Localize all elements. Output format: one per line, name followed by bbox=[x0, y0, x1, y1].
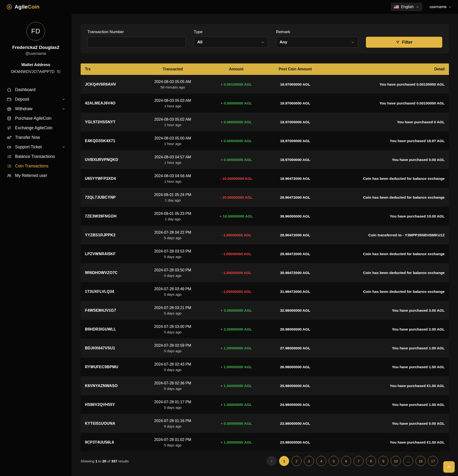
detail-cell: Coin transferred to - Y3MPP35NBVBMKU1Z bbox=[327, 233, 449, 237]
amount-cell: + 1.00000000 AGL bbox=[209, 440, 263, 444]
pagination-page-5[interactable]: 5 bbox=[329, 456, 339, 466]
table-header: TrxTransactedAmountPost Coin AmountDetai… bbox=[81, 63, 449, 75]
language-label: English bbox=[401, 5, 413, 9]
detail-cell: Coin has been deducted for balance excha… bbox=[327, 177, 449, 181]
sidebar-item-exchange-agilecoin[interactable]: Exchange AgileCoin bbox=[0, 123, 72, 133]
post-coin-amount-cell: 31.98472000 AGL bbox=[263, 289, 327, 294]
detail-cell: Coin has been deducted for balance excha… bbox=[327, 289, 449, 294]
transacted-ago: 1 day ago bbox=[136, 217, 210, 221]
pagination-page-2[interactable]: 2 bbox=[292, 456, 302, 466]
language-selector[interactable]: English bbox=[391, 3, 422, 11]
transacted-cell: 2024-07-28 03:53 PM5 days ago bbox=[136, 249, 210, 259]
pagination-page-[interactable]: ... bbox=[403, 456, 413, 466]
sidebar-item-transfer-now[interactable]: Transfer Now bbox=[0, 133, 72, 142]
sidebar-item-label: Deposit bbox=[15, 97, 29, 102]
pagination-page-16[interactable]: 16 bbox=[415, 456, 425, 466]
detail-cell: You have purchased 0.00100000 AGL bbox=[327, 82, 449, 86]
remark-select[interactable]: Any bbox=[276, 37, 358, 48]
table-footer: Showing 1 to 20 of 337 results ‹12345678… bbox=[81, 456, 449, 466]
amount-cell: + 0.00000000 AGL bbox=[209, 120, 263, 124]
scroll-to-top-button[interactable] bbox=[443, 461, 455, 473]
transacted-date: 2024-08-01 05:23 PM bbox=[136, 212, 210, 216]
sidebar-item-deposit[interactable]: Deposit bbox=[0, 94, 72, 104]
column-header-detail: Detail bbox=[327, 67, 449, 71]
pagination-page-3[interactable]: 3 bbox=[304, 456, 314, 466]
transacted-ago: 5 days ago bbox=[136, 349, 210, 353]
transacted-ago: 5 days ago bbox=[136, 424, 210, 428]
type-select[interactable]: All bbox=[194, 37, 268, 48]
filter-button[interactable]: Filter bbox=[366, 37, 442, 48]
pagination-page-8[interactable]: 8 bbox=[366, 456, 376, 466]
sidebar-item-dashboard[interactable]: Dashboard bbox=[0, 85, 72, 94]
pagination-page-7[interactable]: 7 bbox=[354, 456, 363, 466]
transacted-cell: 2024-07-28 02:59 PM5 days ago bbox=[136, 343, 210, 353]
post-coin-amount-cell: 18.97000000 AGL bbox=[263, 101, 327, 105]
sidebar-item-withdraw[interactable]: Withdraw bbox=[0, 104, 72, 113]
post-coin-amount-cell: 18.97000000 AGL bbox=[263, 139, 327, 143]
sidebar-item-coin-transactions[interactable]: Coin Transactions bbox=[0, 161, 72, 171]
sidebar: FD Fredericka2 Douglas2 @username Wallet… bbox=[0, 14, 72, 476]
sidebar-item-support-ticket[interactable]: Support Ticket bbox=[0, 142, 72, 152]
pagination-page-17[interactable]: 17 bbox=[428, 456, 438, 466]
detail-cell: You have purchased 2.00 AGL bbox=[327, 327, 449, 332]
pagination-page-9[interactable]: 9 bbox=[378, 456, 388, 466]
pagination-page-1[interactable]: 1 bbox=[279, 456, 289, 466]
pagination-page-4[interactable]: 4 bbox=[316, 456, 326, 466]
post-coin-amount-cell: 32.98000000 AGL bbox=[263, 308, 327, 313]
column-header-amount: Amount bbox=[209, 67, 263, 71]
post-coin-amount-cell: 29.98000000 AGL bbox=[263, 327, 327, 332]
pagination-page-6[interactable]: 6 bbox=[341, 456, 351, 466]
sidebar-item-label: Transfer Now bbox=[15, 135, 40, 140]
transacted-date: 2024-07-28 01:16 PM bbox=[136, 419, 210, 423]
sidebar-item-purchase-agilecoin[interactable]: Purchase AgileCoin bbox=[0, 113, 72, 123]
transaction-number-field: Transaction Number bbox=[87, 30, 186, 48]
table-row: JCKQ4V6R6AHV2024-08-03 05:05 AM58 minute… bbox=[81, 75, 449, 94]
amount-cell: - 1.00000000 AGL bbox=[209, 252, 263, 256]
profile-handle: @username bbox=[25, 51, 46, 56]
amount-cell: + 3.00000000 AGL bbox=[209, 308, 263, 313]
transacted-cell: 2024-07-28 04:22 PM5 days ago bbox=[136, 230, 210, 240]
table-row: 7ZE3W39FNGOH2024-08-01 05:23 PM1 day ago… bbox=[81, 207, 449, 226]
list-icon bbox=[7, 154, 12, 159]
sidebar-item-balance-transactions[interactable]: Balance Transactions bbox=[0, 152, 72, 161]
trx-cell: UVBXURVPNQKD bbox=[81, 158, 136, 162]
profile-name: Fredericka2 Douglas2 bbox=[12, 45, 59, 50]
transacted-date: 2024-08-03 04:57 AM bbox=[136, 155, 210, 159]
trx-cell: HS86V2QVH55Y bbox=[81, 403, 136, 407]
transacted-cell: 2024-08-03 05:00 AM1 hour ago bbox=[136, 136, 210, 146]
us-flag-icon bbox=[394, 5, 399, 8]
transacted-ago: 1 hour ago bbox=[136, 179, 210, 183]
sidebar-item-my-referred-user[interactable]: My Referred user bbox=[0, 171, 72, 180]
transacted-cell: 2024-07-28 03:21 PM5 days ago bbox=[136, 306, 210, 315]
trx-cell: 1T3UXFLVLQ34 bbox=[81, 289, 136, 294]
chevron-down-icon bbox=[62, 145, 65, 149]
exchange-icon bbox=[7, 126, 12, 130]
trx-cell: BDJHX647VSU1 bbox=[81, 346, 136, 350]
pagination-prev[interactable]: ‹ bbox=[267, 456, 277, 466]
trx-cell: 9R6DHOWVZO7C bbox=[81, 271, 136, 275]
type-label: Type bbox=[194, 30, 268, 34]
transaction-number-input[interactable] bbox=[87, 37, 186, 48]
detail-cell: You have purchased 0.00 AGL bbox=[327, 158, 449, 162]
post-coin-amount-cell: 38.96000000 AGL bbox=[263, 214, 327, 218]
table-row: RYWUFEC9BPMU2024-07-28 02:43 PM5 days ag… bbox=[81, 357, 449, 376]
user-menu[interactable]: username bbox=[430, 5, 452, 9]
sidebar-item-label: Coin Transactions bbox=[15, 164, 48, 169]
amount-cell: - 1.00000000 AGL bbox=[209, 289, 263, 294]
transacted-ago: 5 days ago bbox=[136, 273, 210, 278]
transacted-ago: 5 days ago bbox=[136, 292, 210, 297]
chevron-down-icon bbox=[62, 98, 65, 101]
post-coin-amount-cell: 27.98000000 AGL bbox=[263, 346, 327, 350]
transacted-date: 2024-07-28 03:49 PM bbox=[136, 287, 210, 291]
brand-logo[interactable]: AgileCoin bbox=[6, 4, 39, 10]
sidebar-item-label: Balance Transactions bbox=[15, 154, 55, 159]
chevron-down-icon bbox=[62, 107, 65, 111]
detail-cell: Coin has been deducted for balance excha… bbox=[327, 195, 449, 200]
pagination-page-10[interactable]: 10 bbox=[391, 456, 401, 466]
transacted-ago: 1 hour ago bbox=[136, 142, 210, 146]
remark-select-value: Any bbox=[280, 40, 287, 45]
transacted-date: 2024-07-28 02:59 PM bbox=[136, 343, 210, 348]
detail-cell: Coin has been deducted for balance excha… bbox=[327, 271, 449, 275]
copy-icon[interactable] bbox=[57, 70, 61, 74]
transacted-ago: 5 days ago bbox=[136, 443, 210, 447]
